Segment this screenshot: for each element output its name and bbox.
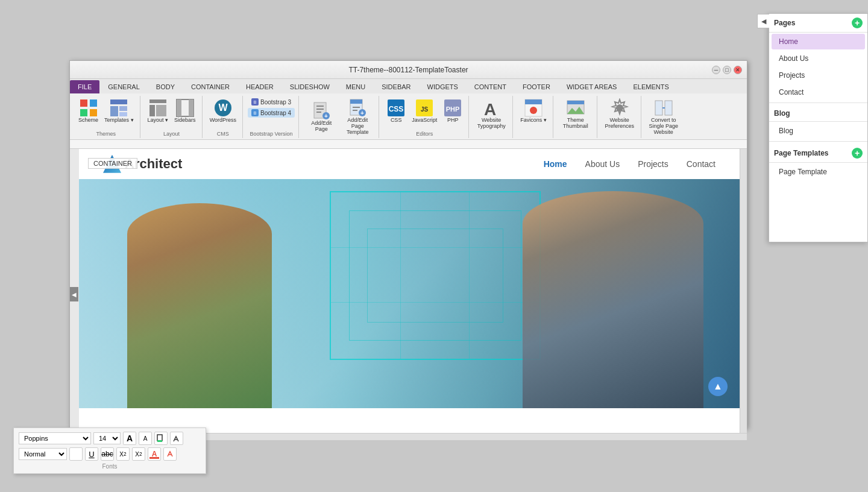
- convert-button[interactable]: Convert to Single Page Website: [646, 97, 681, 137]
- page-item-blog[interactable]: Blog: [772, 123, 865, 139]
- font-highlight-button[interactable]: [170, 432, 183, 445]
- layout-group-label: Layout: [163, 130, 180, 137]
- theme-thumbnail-button[interactable]: Theme Thumbnail: [558, 97, 593, 131]
- tab-container[interactable]: CONTAINER: [183, 80, 237, 93]
- website-typography-button[interactable]: A Website Typography: [474, 97, 509, 131]
- nav-about[interactable]: About Us: [585, 159, 620, 169]
- page-item-contact[interactable]: Contact: [772, 84, 865, 100]
- nav-home[interactable]: Home: [544, 159, 567, 169]
- svg-text:+: +: [360, 110, 364, 116]
- subscript-button[interactable]: X2: [116, 447, 130, 461]
- sidebars-icon: [175, 98, 195, 118]
- tab-sidebar[interactable]: SIDEBAR: [374, 80, 418, 93]
- tab-footer[interactable]: FOOTER: [515, 80, 558, 93]
- css-button[interactable]: CSS CSS: [384, 97, 408, 125]
- canvas-inner: ◀ CONTAINER Architect Home About Us Proj…: [70, 149, 747, 440]
- fonts-row-2: Normal Bold Italic U abc X2 X2 A: [19, 447, 201, 461]
- theme-thumbnail-icon: [566, 98, 585, 118]
- ribbon-group-bootstrap: B Bootstrap 3 B Bootstrap 4 Bootstrap Ve…: [244, 96, 299, 138]
- maximize-button[interactable]: □: [723, 66, 731, 74]
- scrollbar-vertical[interactable]: [740, 149, 747, 440]
- font-increase-button[interactable]: A: [123, 432, 136, 445]
- tab-elements[interactable]: ELEMENTS: [625, 80, 676, 93]
- nav-projects[interactable]: Projects: [638, 159, 668, 169]
- scheme-icon: [79, 98, 98, 118]
- font-family-select[interactable]: Poppins: [19, 432, 91, 444]
- ribbon-group-website-prefs: Website Preferences: [599, 96, 641, 138]
- svg-rect-6: [119, 106, 127, 111]
- tab-widget-areas[interactable]: WIDGET AREAS: [559, 80, 625, 93]
- font-style-select[interactable]: Normal Bold Italic: [19, 448, 67, 460]
- svg-rect-45: [157, 440, 162, 442]
- font-decrease-button[interactable]: A: [139, 432, 152, 445]
- add-page-button[interactable]: +: [852, 17, 863, 28]
- tab-file[interactable]: FILE: [70, 80, 99, 93]
- tab-widgets[interactable]: WIDGETS: [420, 80, 466, 93]
- panel-collapse-button[interactable]: ◀: [757, 14, 769, 28]
- layout-button[interactable]: Layout ▾: [145, 97, 171, 125]
- scheme-button[interactable]: Scheme: [76, 97, 101, 125]
- nav-contact[interactable]: Contact: [687, 159, 715, 169]
- page-item-home[interactable]: Home: [772, 34, 865, 49]
- layout-items: Layout ▾ Sidebars: [145, 97, 198, 125]
- pages-title: Pages: [774, 19, 795, 27]
- canvas-expand-button[interactable]: ◀: [70, 287, 78, 301]
- typography-items: A Website Typography: [474, 97, 509, 131]
- svg-rect-9: [149, 105, 155, 116]
- ribbon-group-theme-thumbnail: Theme Thumbnail: [555, 96, 597, 138]
- wordpress-button[interactable]: W WordPress: [207, 97, 239, 125]
- tab-slideshow[interactable]: SLIDESHOW: [282, 80, 338, 93]
- font-size-select[interactable]: 14: [93, 432, 121, 444]
- bootstrap3-dot: B: [251, 98, 259, 106]
- svg-rect-3: [90, 109, 97, 116]
- page-item-about[interactable]: About Us: [772, 51, 865, 66]
- javascript-button[interactable]: JS JavaScript: [409, 97, 439, 125]
- font-color-button[interactable]: A: [148, 447, 161, 461]
- page-item-projects[interactable]: Projects: [772, 68, 865, 83]
- tab-content[interactable]: CONTENT: [467, 80, 514, 93]
- font-color-fill-button[interactable]: [154, 432, 168, 445]
- editors-items: CSS CSS JS JavaScript PHP P: [384, 97, 465, 125]
- svg-rect-4: [110, 99, 127, 104]
- blog-section-header: Blog: [769, 106, 867, 122]
- javascript-icon: JS: [415, 98, 434, 118]
- ribbon: FILE GENERAL BODY CONTAINER HEADER SLIDE…: [70, 79, 747, 140]
- favicons-button[interactable]: Favicons ▾: [518, 97, 549, 125]
- minimize-button[interactable]: ─: [712, 66, 720, 74]
- sidebars-button[interactable]: Sidebars: [172, 97, 198, 125]
- svg-rect-25: [353, 110, 357, 111]
- underline-button[interactable]: U: [85, 447, 98, 461]
- color-swatch-1[interactable]: [69, 447, 83, 461]
- tab-menu[interactable]: MENU: [338, 80, 373, 93]
- favicons-icon: [524, 98, 543, 118]
- svg-rect-2: [80, 109, 87, 116]
- svg-rect-19: [316, 112, 321, 113]
- tab-body[interactable]: BODY: [148, 80, 183, 93]
- svg-rect-7: [119, 112, 127, 116]
- svg-rect-17: [316, 106, 324, 107]
- add-template-button[interactable]: +: [852, 148, 863, 159]
- page-item-template[interactable]: Page Template: [772, 164, 865, 180]
- php-button[interactable]: PHP PHP: [441, 97, 465, 125]
- tab-general[interactable]: GENERAL: [100, 80, 148, 93]
- main-window: TT-7theme--800112-TemplateToaster ─ □ ✕ …: [69, 60, 747, 428]
- svg-rect-10: [156, 105, 166, 116]
- templates-icon: [109, 98, 128, 118]
- add-edit-template-button[interactable]: + Add/Edit Page Template: [340, 97, 375, 137]
- bootstrap3-button[interactable]: B Bootstrap 3: [248, 97, 295, 107]
- ribbon-group-convert: Convert to Single Page Website: [643, 96, 685, 138]
- add-edit-page-button[interactable]: + Add/Edit Page: [304, 100, 339, 134]
- svg-text:A: A: [484, 100, 496, 118]
- tab-header[interactable]: HEADER: [238, 80, 281, 93]
- favicons-items: Favicons ▾: [518, 97, 549, 125]
- font-highlight-color-button[interactable]: [163, 447, 177, 461]
- scroll-up-button[interactable]: ▲: [708, 377, 728, 396]
- strikethrough-button[interactable]: abc: [101, 447, 114, 461]
- website-preview: CONTAINER Architect Home About Us Projec…: [79, 149, 740, 433]
- close-button[interactable]: ✕: [734, 66, 742, 74]
- bootstrap4-button[interactable]: B Bootstrap 4: [248, 108, 295, 118]
- website-preferences-button[interactable]: Website Preferences: [602, 97, 637, 131]
- templates-button[interactable]: Templates ▾: [102, 97, 136, 125]
- theme-thumbnail-label: Theme Thumbnail: [561, 118, 591, 130]
- superscript-button[interactable]: X2: [132, 447, 145, 461]
